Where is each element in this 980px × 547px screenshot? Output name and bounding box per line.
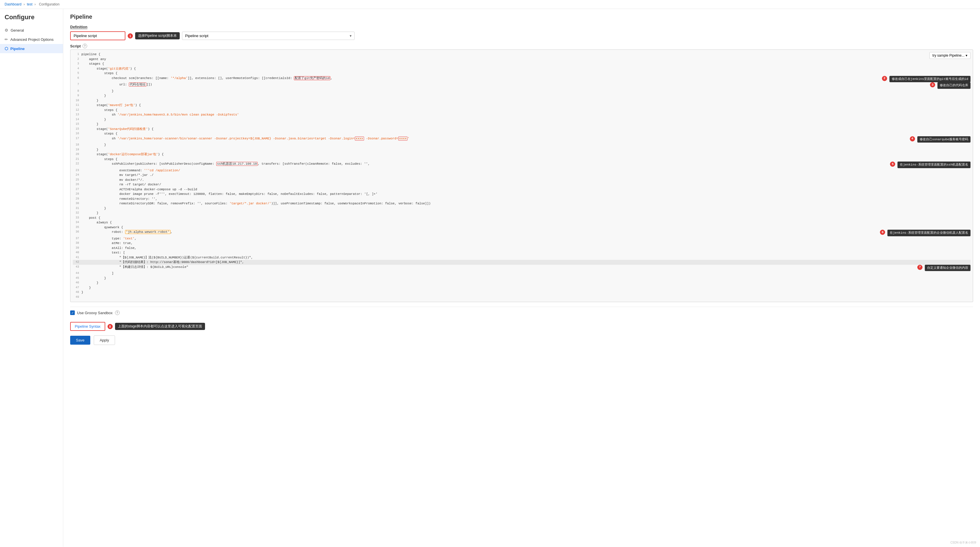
- code-line: 39 atAll: false,: [73, 246, 970, 251]
- tooltip-4: 修改自己sonarqube服务账号密码: [917, 136, 970, 143]
- badge-8: 8: [108, 324, 113, 329]
- code-line: 18 }: [73, 143, 970, 148]
- code-line: 15 stage('SonarQube代码扫描检查') {: [73, 127, 970, 132]
- code-line: 6 checkout scm(branches: [[name: '*/alph…: [73, 76, 970, 83]
- page-title: Pipeline: [70, 14, 973, 20]
- code-line: 37 type: 'text',: [73, 236, 970, 241]
- apply-button[interactable]: Apply: [94, 336, 115, 345]
- tooltip-6: 在jenkins-系统管理里面配置的企业微信机器人配置名: [888, 230, 970, 236]
- code-line: 28 docker image prune -f''', execTimeout…: [73, 192, 970, 197]
- code-line: 34 always {: [73, 220, 970, 225]
- definition-row: 1 选择Pipeline script脚本本 Pipeline script P…: [70, 31, 973, 40]
- configure-title: Configure: [0, 14, 63, 25]
- breadcrumb-current: Configuration: [39, 2, 59, 6]
- badge-7: 7: [917, 265, 923, 270]
- code-line: 43 "【构建日志详情】: ${BUILD_URL}console" 7 自定义…: [73, 265, 970, 271]
- code-line: 12 steps {: [73, 108, 970, 113]
- pipeline-icon: ⬡: [5, 46, 8, 51]
- badge-3: 3: [930, 82, 935, 87]
- code-line: 36 robot: 'jh-alpha-wework-robot', 6 在je…: [73, 230, 970, 236]
- watermark: CSDN 你不来小同学: [950, 541, 977, 545]
- code-line: 20 stage('docker运行compose部署jar包') {: [73, 152, 970, 157]
- code-line: 23 execCommand: '''cd /application/: [73, 168, 970, 173]
- badge-4: 4: [910, 136, 915, 142]
- action-buttons: Save Apply: [70, 336, 973, 345]
- sidebar-item-advanced[interactable]: ✏ Advanced Project Options: [0, 35, 63, 44]
- tooltip-8: 上面的stage脚本内容都可以点这里进入可视化配置页面: [115, 323, 205, 330]
- definition-select[interactable]: Pipeline script Pipeline script from SCM: [182, 32, 355, 40]
- code-line: 31 }: [73, 206, 970, 211]
- code-line: 21 steps {: [73, 157, 970, 162]
- code-line: 22 sshPublisher(publishers: [sshPublishe…: [73, 162, 970, 168]
- code-line: 35 qywework {: [73, 225, 970, 230]
- code-line: 24 mv target/*.jar ./: [73, 173, 970, 178]
- code-editor[interactable]: 1 pipeline { 2 agent any 3 stages {: [70, 50, 973, 302]
- code-line: 38 atMe: true,: [73, 241, 970, 246]
- groovy-sandbox-row: ✓ Use Groovy Sandbox ?: [70, 307, 973, 318]
- pipeline-script-input[interactable]: [70, 31, 126, 40]
- badge-5: 5: [890, 162, 895, 167]
- code-line: 17 sh '/var/jenkins_home/sonar-scanner/b…: [73, 136, 970, 143]
- code-line: 27 ACTIVE=alpha docker-compose up -d --b…: [73, 187, 970, 192]
- definition-label: Definition: [70, 25, 973, 29]
- gear-icon: ⚙: [5, 28, 8, 32]
- badge-1: 1: [128, 33, 133, 38]
- pipeline-syntax-button[interactable]: Pipeline Syntax: [70, 322, 105, 331]
- code-line: 15 }: [73, 122, 970, 127]
- code-line: 32 }: [73, 211, 970, 216]
- sidebar-item-label: Pipeline: [10, 46, 25, 51]
- code-line: 10 }: [73, 98, 970, 103]
- sidebar-item-pipeline[interactable]: ⬡ Pipeline: [0, 44, 63, 53]
- code-line: 2 agent any: [73, 57, 970, 62]
- code-line: 45 }: [73, 276, 970, 281]
- breadcrumb-dashboard[interactable]: Dashboard: [5, 2, 22, 6]
- tooltip-5: 在jenkins-系统管理里面配置的ssh机器配置名: [897, 162, 970, 168]
- code-line: 41 "【${JOB_NAME}】流(${BUILD_NUMBER})运通(${…: [73, 255, 970, 260]
- sidebar-item-general[interactable]: ⚙ General: [0, 25, 63, 35]
- script-label-row: Script ?: [70, 44, 973, 48]
- code-line: 3 stages {: [73, 62, 970, 67]
- breadcrumb-test[interactable]: test: [27, 2, 32, 6]
- tooltip-2: 修改成自己在jenkins里面配置的git账号后生成的id: [889, 76, 970, 83]
- code-line: 49: [73, 295, 970, 300]
- pipeline-syntax-row: Pipeline Syntax 8 上面的stage脚本内容都可以点这里进入可视…: [70, 322, 973, 331]
- badge-6: 6: [880, 230, 885, 235]
- code-line: 11 stage('maven打 jar包') {: [73, 103, 970, 108]
- code-line: 25 mv docker/*/.: [73, 178, 970, 183]
- code-line: 40 text: [: [73, 250, 970, 255]
- code-line: 13 sh '/var/jenkins_home/maven3.8.5/bin/…: [73, 112, 970, 117]
- help-icon[interactable]: ?: [83, 44, 87, 48]
- code-line: 30 remoteDirectorySDR: false, removePref…: [73, 201, 970, 206]
- code-line: 4 stage('git云效代优') {: [73, 67, 970, 71]
- code-line: 5 steps {: [73, 71, 970, 76]
- code-line: 33 post {: [73, 216, 970, 221]
- sidebar: Configure ⚙ General ✏ Advanced Project O…: [0, 9, 63, 547]
- badge-2: 2: [882, 76, 887, 81]
- code-line: 1 pipeline {: [73, 52, 970, 57]
- code-line: 48 }: [73, 290, 970, 295]
- save-button[interactable]: Save: [70, 336, 90, 345]
- groovy-sandbox-label: Use Groovy Sandbox: [77, 311, 113, 315]
- code-line-42: 42 "【代码扫描结果】: http://sonar基地:9000/dashbo…: [73, 260, 970, 265]
- script-label: Script: [70, 44, 81, 48]
- code-line: 7 url: 代码仓地址]]) 3 修改自己的代码仓库: [73, 82, 970, 89]
- code-line: 29 remoteDirectory: '',: [73, 197, 970, 202]
- edit-icon: ✏: [5, 37, 8, 42]
- tooltip-7: 自定义要通知企业微信的内容: [925, 265, 970, 271]
- code-line: 47 }: [73, 285, 970, 290]
- code-line: 19 }: [73, 148, 970, 152]
- main-content: Pipeline Definition 1 选择Pipeline script脚…: [63, 9, 980, 547]
- code-line: 9 }: [73, 94, 970, 98]
- code-line: 46 }: [73, 281, 970, 285]
- sidebar-item-label: Advanced Project Options: [10, 37, 54, 42]
- code-line: 14 }: [73, 117, 970, 122]
- code-line: 26 rm -rf target/ docker/: [73, 182, 970, 187]
- groovy-sandbox-checkbox[interactable]: ✓: [70, 310, 75, 315]
- tooltip-1: 选择Pipeline script脚本本: [135, 32, 180, 40]
- code-editor-container: try sample Pipeline... ▾ 1 pipeline { 2 …: [70, 49, 973, 302]
- code-line: 44 ]: [73, 271, 970, 276]
- groovy-help-icon[interactable]: ?: [115, 310, 119, 315]
- code-line: 16 steps {: [73, 131, 970, 136]
- script-section: Script ? try sample Pipeline... ▾ 1 pipe…: [70, 44, 973, 302]
- sidebar-item-label: General: [11, 28, 24, 32]
